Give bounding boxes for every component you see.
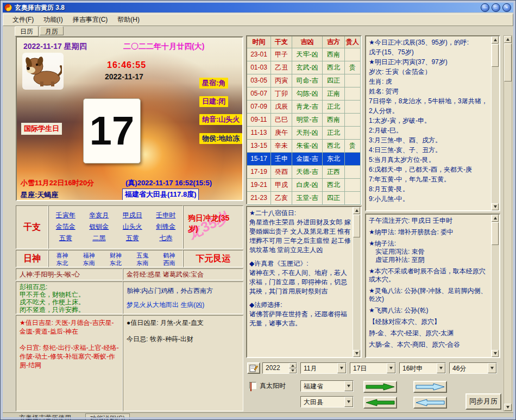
- scrollbar-thumb[interactable]: [353, 215, 360, 237]
- mansions-panel-scrollbar[interactable]: [353, 207, 361, 357]
- info-panel-scrollbar[interactable]: [491, 36, 499, 210]
- hour-cell: 13-15: [247, 140, 271, 153]
- hour-cell: 甲戌: [271, 179, 292, 192]
- jinfu-jing-label: 金符经:惑星 诸葛武侯:宝合: [123, 268, 243, 280]
- scroll-down-icon[interactable]: [353, 350, 360, 357]
- province-select[interactable]: 福建省: [300, 380, 354, 392]
- title-bar[interactable]: 玄奥择吉黄历 3.8 — □ ×: [3, 3, 513, 12]
- hour-cell: 青龙-吉: [292, 101, 323, 114]
- window-scrollbar[interactable]: [504, 35, 512, 411]
- calendar-edit-button[interactable]: [247, 362, 260, 374]
- menu-item[interactable]: 功能(I): [39, 14, 67, 26]
- hour-cell: [345, 74, 361, 87]
- info-line: 2:月破-巳。: [368, 126, 490, 135]
- dropdown-arrow-icon[interactable]: [488, 363, 496, 373]
- year-down-icon[interactable]: [289, 368, 297, 374]
- hour-cell: 辛未: [271, 140, 292, 153]
- ziwu-line: 虚证用补法: 至阴: [369, 256, 489, 264]
- menu-item[interactable]: 择吉事宜(C): [68, 14, 113, 26]
- scroll-down-icon[interactable]: [504, 404, 512, 411]
- next-cyan-arrow-button[interactable]: [413, 381, 447, 393]
- scroll-down-icon[interactable]: [492, 203, 499, 210]
- hour-row[interactable]: 11-13庚午天刑-凶正北: [247, 127, 361, 140]
- scroll-up-icon[interactable]: [353, 207, 360, 214]
- hour-cell: 朱雀-凶: [292, 140, 323, 153]
- year-up-icon[interactable]: [289, 363, 297, 368]
- hour-row[interactable]: 21-23乙亥玉堂-吉四正: [247, 192, 361, 205]
- hour-row[interactable]: 07-09戊辰青龙-吉正北: [247, 101, 361, 114]
- ganzhi-value: 壬申时: [149, 210, 183, 221]
- day-clash-box: 龙35岁 狗日冲龙(35岁): [183, 205, 243, 249]
- day-god-value: 西南: [156, 259, 183, 267]
- inauspicious-stars-line: ●值日凶星: 月煞-火星-血支: [127, 318, 240, 327]
- scrollbar-thumb[interactable]: [492, 44, 499, 67]
- menu-item[interactable]: 文件(F): [8, 14, 39, 26]
- day-number: 17: [90, 111, 134, 151]
- green-left-arrow-icon: [365, 399, 395, 406]
- dropdown-arrow-icon[interactable]: [387, 363, 395, 373]
- day-select[interactable]: 17日: [350, 362, 396, 374]
- ziwu-panel-scrollbar[interactable]: [491, 215, 499, 357]
- month-select[interactable]: 11月: [300, 362, 347, 374]
- hour-row[interactable]: 03-05丙寅司命-吉四正: [247, 74, 361, 87]
- scrollbar-thumb[interactable]: [504, 43, 512, 82]
- minimize-button[interactable]: —: [481, 3, 489, 12]
- hour-cell: 07-09: [247, 101, 271, 114]
- next-green-arrow-button[interactable]: [363, 381, 397, 393]
- lunar-date: 二〇二二年十月廿四(大): [123, 42, 204, 52]
- clipped-bottom-strip: 玄奥择吉黄历使用 功能说明(S): [3, 412, 513, 419]
- hour-row[interactable]: 17-19癸酉天德-吉正西: [247, 166, 361, 179]
- dropdown-arrow-icon[interactable]: [337, 363, 346, 373]
- ziwu-line: 子午流注开穴: 甲戌日 壬申时: [369, 217, 489, 225]
- hour-row[interactable]: 15-17壬申金匮-吉东北: [247, 153, 361, 166]
- scroll-up-icon[interactable]: [492, 36, 499, 43]
- menu-item[interactable]: 帮助(H): [112, 14, 144, 26]
- day-god-column: 鹤神西南: [156, 250, 183, 267]
- section-gap: [249, 255, 351, 259]
- hour-cell: [345, 127, 361, 140]
- dropdown-arrow-icon[interactable]: [344, 381, 353, 391]
- digital-clock: 16:46:55: [107, 60, 146, 70]
- ziwu-line: 大肠-金、本穴-商阳、原穴-合谷: [369, 341, 489, 349]
- scroll-up-icon[interactable]: [504, 36, 512, 43]
- hour-select[interactable]: 16时申: [399, 362, 446, 374]
- hour-row[interactable]: 19-21甲戌白虎-凶西北: [247, 179, 361, 192]
- county-select[interactable]: 大田县: [300, 396, 354, 408]
- pengzu-line: 甲不开仓，财物耗亡。: [20, 291, 122, 298]
- previous-cyan-arrow-button[interactable]: [413, 397, 447, 409]
- bottom-strip-tab[interactable]: 功能说明(S): [85, 413, 130, 419]
- hour-cell: 白虎-凶: [292, 179, 323, 192]
- hour-row[interactable]: 05-07丁卯勾陈-凶正南: [247, 87, 361, 101]
- hour-row[interactable]: 23-01甲子天牢-凶西南: [247, 48, 361, 61]
- previous-green-arrow-button[interactable]: [363, 397, 397, 409]
- hour-cell: 17-19: [247, 166, 271, 179]
- hour-row[interactable]: 13-15辛未朱雀-凶西北贵: [247, 140, 361, 153]
- minute-select[interactable]: 46分: [449, 362, 497, 374]
- scrollbar-thumb[interactable]: [492, 222, 499, 245]
- tab-daily-calendar[interactable]: 日历: [15, 26, 39, 36]
- year-spinner[interactable]: 2022: [262, 362, 297, 374]
- scroll-up-icon[interactable]: [492, 215, 499, 222]
- dropdown-arrow-icon[interactable]: [344, 397, 353, 407]
- hour-cell: 23-01: [247, 48, 271, 61]
- ziwu-line: 肺-金、本穴-经渠、原穴-太渊: [369, 329, 489, 337]
- star-mansion-label: 星宿:角: [199, 78, 228, 89]
- info-line: 6:戊都天-申，己都天-酉，夹都天-庚: [368, 165, 490, 174]
- day-clash-text: 狗日冲龙(35岁): [188, 212, 238, 234]
- hour-cell: [345, 48, 361, 61]
- hour-cell: 甲子: [271, 48, 292, 61]
- close-button[interactable]: ×: [502, 3, 511, 12]
- hour-cell: 庚午: [271, 127, 292, 140]
- hour-row[interactable]: 09-11己巳明堂-吉西南: [247, 114, 361, 127]
- scroll-down-icon[interactable]: [492, 350, 499, 357]
- hour-row[interactable]: 01-03乙丑玄武-凶西北贵: [247, 61, 361, 74]
- hour-cell: 西北: [323, 179, 345, 192]
- dropdown-arrow-icon[interactable]: [437, 363, 445, 373]
- hour-table-header-cell: 贵人: [345, 36, 361, 48]
- tab-monthly-calendar[interactable]: 月历: [40, 26, 64, 35]
- hour-cell: 玄武-凶: [292, 61, 323, 74]
- sync-month-calendar-button[interactable]: 同步月历: [465, 393, 501, 410]
- true-solar-time-checkbox[interactable]: [249, 382, 256, 389]
- maximize-button[interactable]: □: [492, 3, 500, 12]
- nayin-label: 纳音:山头火: [199, 114, 242, 125]
